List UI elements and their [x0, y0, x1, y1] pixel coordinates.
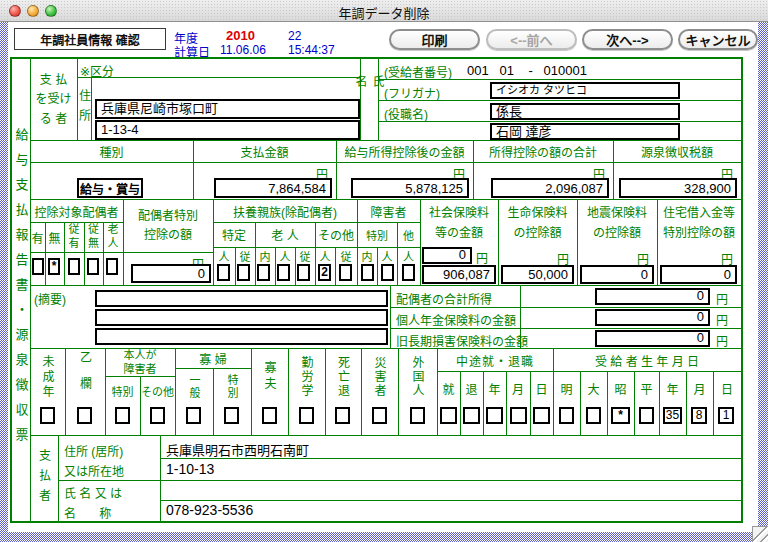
- dependents-count-box[interactable]: [297, 264, 310, 281]
- spouse-income-field[interactable]: 0: [595, 288, 710, 305]
- divider: [378, 121, 741, 122]
- midway-col-label: 退: [460, 371, 483, 405]
- spouse-sub-has-checkbox[interactable]: [68, 258, 80, 275]
- year-value: 2010: [226, 28, 255, 43]
- dependents-count-box[interactable]: [237, 264, 250, 281]
- spouse-elderly-checkbox[interactable]: [106, 258, 118, 275]
- dependents-count-box[interactable]: [339, 264, 352, 281]
- total-deduction-field[interactable]: 2,096,087: [491, 178, 609, 198]
- birth-year-box[interactable]: 35: [663, 407, 682, 424]
- note-line-field[interactable]: [95, 328, 388, 345]
- working-student-checkbox[interactable]: [299, 407, 314, 424]
- furigana-label: (フリガナ): [384, 84, 440, 101]
- slip-side-strip: 給与支払報告書・源泉徴収票: [12, 59, 31, 521]
- resize-grip[interactable]: [752, 526, 768, 542]
- type-header: 種別: [30, 141, 193, 162]
- disability-count-box[interactable]: [402, 264, 415, 281]
- titlebar[interactable]: 年調データ削除: [0, 0, 768, 22]
- otsu-checkbox[interactable]: [77, 407, 92, 424]
- long-term-damage-field[interactable]: 0: [595, 330, 710, 347]
- position-field[interactable]: 係長: [490, 103, 680, 120]
- disaster-checkbox[interactable]: [372, 407, 387, 424]
- spouse-col-label: 有: [30, 222, 45, 252]
- era-heisei-checkbox[interactable]: [639, 407, 654, 424]
- midway-col-label: 就: [437, 371, 460, 405]
- birth-month-box[interactable]: 8: [691, 407, 707, 424]
- cancel-button[interactable]: キャンセル: [678, 29, 758, 50]
- self-disability-other-checkbox[interactable]: [150, 407, 165, 424]
- era-meiji-checkbox[interactable]: [559, 407, 574, 424]
- spouse-special-field[interactable]: 0: [131, 264, 211, 283]
- spouse-has-checkbox[interactable]: [32, 258, 44, 275]
- dependents-count-box[interactable]: [217, 264, 230, 281]
- calc-time-value: 15:44:37: [288, 43, 335, 57]
- dependents-unit-label: 従: [295, 247, 315, 264]
- spouse-col-label: 従 有: [64, 222, 84, 252]
- death-retire-checkbox[interactable]: [335, 407, 350, 424]
- disability-unit-label: 人: [377, 247, 397, 264]
- payer-address-label: 住所 (居所) 又は所在地: [64, 442, 124, 483]
- payer-address-line1[interactable]: 兵庫県明石市西明石南町: [166, 440, 309, 459]
- midway-year-box[interactable]: [486, 407, 503, 424]
- recipient-address-line1-field[interactable]: 兵庫県尼崎市塚口町: [95, 99, 360, 119]
- spouse-header: 控除対象配偶者: [30, 200, 123, 222]
- recipient-address-line2-field[interactable]: 1-13-4: [95, 120, 360, 140]
- yen-label: 円: [476, 249, 488, 266]
- birth-day-box[interactable]: 1: [718, 407, 734, 424]
- spouse-sub-none-checkbox[interactable]: [87, 258, 99, 275]
- note-line-field[interactable]: [95, 309, 388, 326]
- midway-day-box[interactable]: [533, 407, 550, 424]
- summary-section: (摘要) 配偶者の合計所得 0 円 個人年金保険料の金額 0 円 旧長期損害保険…: [12, 286, 741, 349]
- print-button[interactable]: 印刷: [389, 29, 480, 50]
- widower-checkbox[interactable]: [262, 407, 277, 424]
- self-disability-special-checkbox[interactable]: [115, 407, 130, 424]
- otsu-column-label: 乙欄: [65, 349, 105, 405]
- disability-count-box[interactable]: [381, 264, 394, 281]
- dependents-count-box[interactable]: 2: [318, 264, 331, 281]
- spouse-special-label: 配偶者特別 控除の額: [123, 200, 213, 252]
- note-line-field[interactable]: [95, 290, 388, 307]
- yen-label: 円: [716, 332, 728, 349]
- after-deduction-field[interactable]: 5,878,125: [351, 178, 469, 198]
- dependents-count-box[interactable]: [277, 264, 290, 281]
- payment-type-field[interactable]: 給与・賞与: [77, 178, 143, 198]
- earthquake-insurance-field[interactable]: 0: [580, 265, 654, 284]
- furigana-field[interactable]: イシオカ タツヒコ: [490, 82, 680, 99]
- divider: [77, 77, 360, 78]
- dependents-count-box[interactable]: [257, 264, 270, 281]
- birth-year-label: 年: [659, 371, 686, 405]
- next-button[interactable]: 次へ-->: [582, 29, 673, 50]
- pension-premium-field[interactable]: 0: [595, 309, 710, 326]
- midway-leave-box[interactable]: [463, 407, 480, 424]
- widow-general-checkbox[interactable]: [186, 407, 201, 424]
- era-showa-label: 昭: [607, 371, 634, 405]
- era-showa-checkbox[interactable]: *: [611, 407, 630, 424]
- dependents-unit-label: 人: [315, 247, 335, 264]
- disability-count-box[interactable]: [361, 264, 374, 281]
- payer-name-label: 氏 名 又 は 名 称: [64, 484, 122, 525]
- spouse-none-checkbox[interactable]: *: [48, 258, 60, 275]
- social-insurance-top-field[interactable]: 0: [422, 247, 472, 264]
- midway-col-label: 月: [506, 371, 530, 405]
- self-disability-other-label: その他: [140, 376, 175, 405]
- prev-button[interactable]: <--前へ: [486, 29, 577, 50]
- dependents-header: 扶養親族(除配偶者): [213, 200, 357, 222]
- payment-amount-field[interactable]: 7,864,584: [214, 178, 332, 198]
- recipient-name-column-label: 氏名: [360, 59, 378, 141]
- minor-checkbox[interactable]: [40, 407, 55, 424]
- payer-address-line2[interactable]: 1-10-13: [166, 461, 214, 477]
- life-insurance-field[interactable]: 50,000: [501, 265, 574, 284]
- recipient-name-field[interactable]: 石岡 達彦: [490, 123, 680, 140]
- withholding-field[interactable]: 328,900: [619, 178, 737, 198]
- dependents-unit-label: 従: [235, 247, 255, 264]
- era-taisho-checkbox[interactable]: [586, 407, 601, 424]
- midway-join-box[interactable]: [440, 407, 457, 424]
- housing-loan-field[interactable]: 0: [660, 265, 737, 284]
- mode-label-box: 年調社員情報 確認: [14, 28, 166, 50]
- position-label: (役職名): [384, 105, 428, 122]
- widow-special-checkbox[interactable]: [224, 407, 239, 424]
- social-insurance-field[interactable]: 906,087: [422, 265, 496, 284]
- payer-name-line2[interactable]: 078-923-5536: [166, 502, 253, 518]
- midway-month-box[interactable]: [510, 407, 527, 424]
- foreigner-checkbox[interactable]: [410, 407, 425, 424]
